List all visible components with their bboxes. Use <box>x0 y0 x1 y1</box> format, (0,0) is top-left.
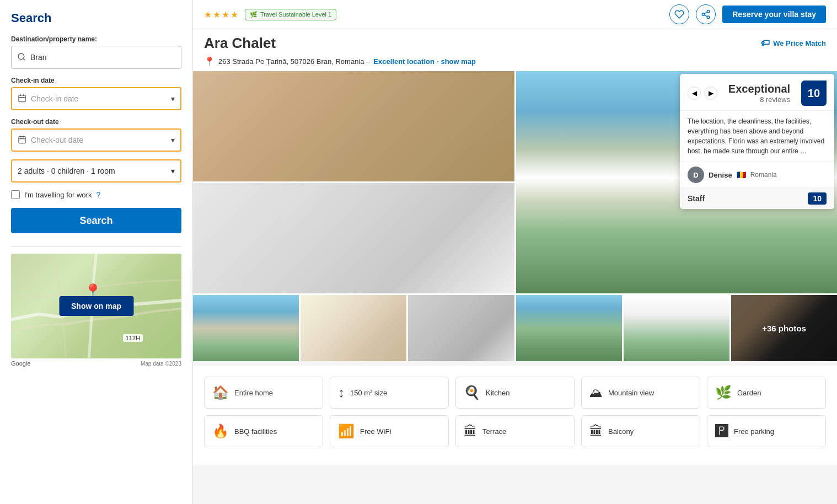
star-2: ★ <box>213 9 221 20</box>
amenity-icon-7: 🏛 <box>464 423 477 439</box>
amenity-icon-6: 📶 <box>338 423 355 439</box>
reviewer-info: D Denise 🇷🇴 Romania <box>680 162 834 187</box>
svg-point-11 <box>702 13 705 16</box>
amenity-label-5: BBQ facilities <box>234 427 277 436</box>
amenity-label-2: Kitchen <box>486 389 509 397</box>
amenity-icon-1: ↕ <box>338 385 345 400</box>
amenity-label-0: Entire home <box>234 389 273 397</box>
review-text: The location, the cleanliness, the facil… <box>688 116 827 156</box>
svg-point-0 <box>18 53 24 60</box>
work-travel-checkbox[interactable] <box>11 190 20 199</box>
show-on-map-button[interactable]: Show on map <box>59 296 133 316</box>
svg-line-1 <box>23 58 25 60</box>
amenity-item: 🍳 Kitchen <box>455 377 575 409</box>
amenity-item: 🔥 BBQ facilities <box>204 415 323 447</box>
property-top-area: Ara Chalet 🏷 We Price Match 📍 263 Strada… <box>193 29 837 361</box>
share-button[interactable] <box>696 4 716 24</box>
amenity-label-9: Free parking <box>734 427 774 436</box>
location-pin-icon: 📍 <box>204 56 215 67</box>
help-icon[interactable]: ? <box>96 190 100 199</box>
amenity-icon-5: 🔥 <box>212 423 229 439</box>
header-strip: ★ ★ ★ ★ 🌿 Travel Sustainable Level 1 <box>193 0 837 29</box>
reviewer-avatar: D <box>688 167 704 183</box>
guests-chevron-icon: ▾ <box>171 167 175 175</box>
amenities-section: 🏠 Entire home ↕ 150 m² size 🍳 Kitchen ⛰ … <box>193 366 837 465</box>
checkin-input[interactable]: Check-in date ▾ <box>11 87 181 110</box>
map-footer: Google Map data ©2023 <box>11 358 181 367</box>
amenity-icon-8: 🏛 <box>589 423 603 439</box>
photo-living-room[interactable] <box>193 71 514 181</box>
amenity-label-6: Free WiFi <box>360 427 391 436</box>
reserve-button[interactable]: Reserve your villa stay <box>722 6 826 23</box>
location-link[interactable]: Excellent location - show map <box>373 57 476 66</box>
review-title-section: Exceptional 8 reviews <box>728 83 790 104</box>
photo-grid: ◀ ▶ Exceptional 8 reviews 10 The locatio… <box>193 71 837 293</box>
review-count: 8 reviews <box>728 95 790 104</box>
guests-selector[interactable]: 2 adults · 0 children · 1 room ▾ <box>11 159 181 183</box>
price-match: 🏷 We Price Match <box>761 38 826 48</box>
amenity-label-1: 150 m² size <box>350 389 387 397</box>
staff-bar: Staff 10 <box>680 187 834 209</box>
checkin-group: Check-in date Check-in date ▾ <box>11 77 181 110</box>
svg-point-10 <box>707 10 710 13</box>
destination-group: Destination/property name: <box>11 35 181 69</box>
more-photos-label: +36 photos <box>731 295 837 361</box>
svg-line-13 <box>705 15 707 17</box>
search-icon <box>17 52 26 63</box>
property-title: Ara Chalet <box>204 35 276 52</box>
amenity-item: 🏛 Terrace <box>455 415 575 447</box>
amenities-grid: 🏠 Entire home ↕ 150 m² size 🍳 Kitchen ⛰ … <box>204 377 826 447</box>
thumb-more[interactable]: +36 photos <box>731 295 837 361</box>
destination-input[interactable] <box>30 53 175 62</box>
leaf-icon: 🌿 <box>250 11 257 18</box>
photo-right: ◀ ▶ Exceptional 8 reviews 10 The locatio… <box>516 71 838 293</box>
checkout-label: Check-out date <box>11 118 181 126</box>
destination-input-wrapper[interactable] <box>11 46 181 69</box>
svg-rect-2 <box>19 95 25 101</box>
star-4: ★ <box>230 9 238 20</box>
amenity-icon-9: 🅿 <box>715 423 728 439</box>
sustainable-label: Travel Sustainable Level 1 <box>260 11 331 18</box>
review-header: ◀ ▶ Exceptional 8 reviews 10 <box>680 74 834 110</box>
review-prev-button[interactable]: ◀ <box>688 87 701 100</box>
checkin-text: Check-in date <box>31 94 78 103</box>
checkout-text: Check-out date <box>31 136 83 144</box>
review-score: 10 <box>801 81 827 106</box>
sidebar: Search Destination/property name: Check-… <box>0 0 193 504</box>
thumb-mountain[interactable] <box>193 295 299 361</box>
property-title-row: Ara Chalet 🏷 We Price Match <box>193 29 837 54</box>
heart-button[interactable] <box>669 4 689 24</box>
thumb-playground[interactable] <box>624 295 729 361</box>
amenity-icon-4: 🌿 <box>715 385 732 400</box>
photo-kitchen[interactable] <box>193 183 514 293</box>
search-button[interactable]: Search <box>11 208 181 233</box>
thumb-bedroom[interactable] <box>301 295 406 361</box>
price-match-label: We Price Match <box>773 39 826 47</box>
review-overlay: ◀ ▶ Exceptional 8 reviews 10 The locatio… <box>680 74 834 209</box>
svg-rect-6 <box>19 136 25 143</box>
sidebar-divider <box>11 246 181 247</box>
reviewer-flag: 🇷🇴 <box>737 170 746 179</box>
header-left: ★ ★ ★ ★ 🌿 Travel Sustainable Level 1 <box>204 9 336 20</box>
map-height-label: 112H <box>123 334 143 342</box>
amenity-item: ↕ 150 m² size <box>330 377 449 409</box>
amenity-item: 📶 Free WiFi <box>330 415 449 447</box>
amenity-icon-0: 🏠 <box>212 385 229 400</box>
property-address: 263 Strada Pe Țarină, 507026 Bran, Roman… <box>218 57 370 66</box>
checkout-input[interactable]: Check-out date ▾ <box>11 128 181 152</box>
amenity-icon-3: ⛰ <box>589 385 603 400</box>
amenity-label-8: Balcony <box>608 427 634 436</box>
amenity-icon-2: 🍳 <box>464 385 480 400</box>
review-body: The location, the cleanliness, the facil… <box>680 110 834 162</box>
svg-point-12 <box>707 16 710 19</box>
thumb-bathroom[interactable] <box>408 295 514 361</box>
destination-label: Destination/property name: <box>11 35 181 43</box>
thumb-garden[interactable] <box>516 295 622 361</box>
star-1: ★ <box>204 9 212 20</box>
review-next-button[interactable]: ▶ <box>704 87 717 100</box>
google-logo: Google <box>11 360 30 367</box>
checkin-left: Check-in date <box>18 94 78 104</box>
reviewer-name: Denise <box>709 171 732 179</box>
amenity-item: 🏛 Balcony <box>581 415 700 447</box>
photo-placeholder-kitchen <box>193 183 514 293</box>
